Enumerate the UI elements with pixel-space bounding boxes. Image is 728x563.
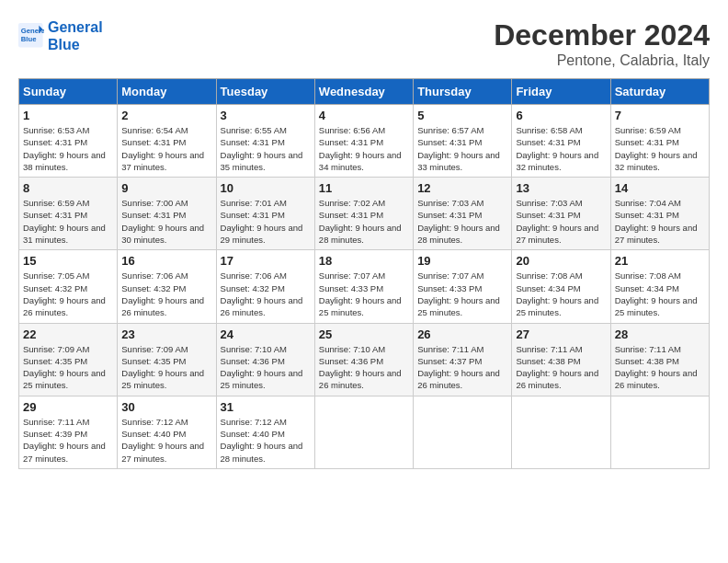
day-info: Sunrise: 7:02 AMSunset: 4:31 PMDaylight:… xyxy=(319,197,409,246)
day-cell: 24Sunrise: 7:10 AMSunset: 4:36 PMDayligh… xyxy=(216,323,314,396)
day-number: 14 xyxy=(615,181,705,195)
week-row-3: 15Sunrise: 7:05 AMSunset: 4:32 PMDayligh… xyxy=(19,250,710,323)
day-header-thursday: Thursday xyxy=(414,79,512,105)
day-number: 3 xyxy=(221,109,311,122)
logo: General Blue General Blue xyxy=(18,18,103,53)
day-cell: 23Sunrise: 7:09 AMSunset: 4:35 PMDayligh… xyxy=(118,323,216,396)
day-info: Sunrise: 6:58 AMSunset: 4:31 PMDaylight:… xyxy=(516,124,606,173)
day-info: Sunrise: 7:01 AMSunset: 4:31 PMDaylight:… xyxy=(221,197,311,246)
day-cell: 10Sunrise: 7:01 AMSunset: 4:31 PMDayligh… xyxy=(216,178,314,250)
day-info: Sunrise: 7:07 AMSunset: 4:33 PMDaylight:… xyxy=(319,270,409,318)
day-header-friday: Friday xyxy=(512,79,610,105)
day-cell: 20Sunrise: 7:08 AMSunset: 4:34 PMDayligh… xyxy=(512,250,610,323)
day-number: 25 xyxy=(319,327,409,341)
day-number: 1 xyxy=(23,109,113,122)
day-cell: 27Sunrise: 7:11 AMSunset: 4:38 PMDayligh… xyxy=(512,323,610,396)
day-cell: 3Sunrise: 6:55 AMSunset: 4:31 PMDaylight… xyxy=(216,105,314,178)
day-cell: 16Sunrise: 7:06 AMSunset: 4:32 PMDayligh… xyxy=(118,250,216,323)
day-info: Sunrise: 7:12 AMSunset: 4:40 PMDaylight:… xyxy=(121,416,211,465)
day-info: Sunrise: 7:03 AMSunset: 4:31 PMDaylight:… xyxy=(516,197,606,246)
day-number: 28 xyxy=(615,327,705,341)
calendar-subtitle: Pentone, Calabria, Italy xyxy=(494,52,710,69)
days-header-row: SundayMondayTuesdayWednesdayThursdayFrid… xyxy=(19,79,710,105)
day-info: Sunrise: 7:00 AMSunset: 4:31 PMDaylight:… xyxy=(121,197,211,246)
day-info: Sunrise: 7:11 AMSunset: 4:38 PMDaylight:… xyxy=(516,343,606,392)
day-cell xyxy=(512,396,610,468)
day-header-saturday: Saturday xyxy=(610,79,709,105)
day-info: Sunrise: 6:59 AMSunset: 4:31 PMDaylight:… xyxy=(23,197,113,246)
day-cell: 31Sunrise: 7:12 AMSunset: 4:40 PMDayligh… xyxy=(216,396,314,468)
day-cell: 21Sunrise: 7:08 AMSunset: 4:34 PMDayligh… xyxy=(610,250,709,323)
day-info: Sunrise: 6:54 AMSunset: 4:31 PMDaylight:… xyxy=(121,124,211,173)
day-number: 22 xyxy=(23,327,113,341)
day-cell: 11Sunrise: 7:02 AMSunset: 4:31 PMDayligh… xyxy=(314,178,413,250)
day-number: 4 xyxy=(319,109,409,122)
day-number: 6 xyxy=(516,109,606,122)
day-cell xyxy=(314,396,413,468)
day-header-tuesday: Tuesday xyxy=(216,79,314,105)
day-info: Sunrise: 7:06 AMSunset: 4:32 PMDaylight:… xyxy=(121,270,211,318)
day-info: Sunrise: 7:11 AMSunset: 4:39 PMDaylight:… xyxy=(23,416,113,465)
day-number: 2 xyxy=(121,109,211,122)
day-cell xyxy=(414,396,512,468)
day-info: Sunrise: 7:09 AMSunset: 4:35 PMDaylight:… xyxy=(23,343,113,392)
day-number: 18 xyxy=(319,254,409,268)
logo-line1: General xyxy=(48,18,103,36)
day-number: 23 xyxy=(121,327,211,341)
day-info: Sunrise: 7:08 AMSunset: 4:34 PMDaylight:… xyxy=(516,270,606,318)
day-number: 24 xyxy=(221,327,311,341)
day-info: Sunrise: 7:06 AMSunset: 4:32 PMDaylight:… xyxy=(221,270,311,318)
day-info: Sunrise: 7:04 AMSunset: 4:31 PMDaylight:… xyxy=(615,197,705,246)
day-number: 17 xyxy=(221,254,311,268)
day-info: Sunrise: 7:07 AMSunset: 4:33 PMDaylight:… xyxy=(417,270,507,318)
day-number: 26 xyxy=(417,327,507,341)
day-cell: 19Sunrise: 7:07 AMSunset: 4:33 PMDayligh… xyxy=(414,250,512,323)
day-cell: 29Sunrise: 7:11 AMSunset: 4:39 PMDayligh… xyxy=(19,396,118,468)
day-number: 13 xyxy=(516,181,606,195)
day-cell: 7Sunrise: 6:59 AMSunset: 4:31 PMDaylight… xyxy=(610,105,709,178)
day-cell: 1Sunrise: 6:53 AMSunset: 4:31 PMDaylight… xyxy=(19,105,118,178)
day-number: 5 xyxy=(417,109,507,122)
day-number: 30 xyxy=(121,400,211,414)
day-info: Sunrise: 6:59 AMSunset: 4:31 PMDaylight:… xyxy=(615,124,705,173)
page-header: General Blue General Blue December 2024 … xyxy=(18,18,710,69)
logo-icon: General Blue xyxy=(18,23,44,49)
day-cell xyxy=(610,396,709,468)
day-header-wednesday: Wednesday xyxy=(314,79,413,105)
day-number: 7 xyxy=(615,109,705,122)
day-info: Sunrise: 6:56 AMSunset: 4:31 PMDaylight:… xyxy=(319,124,409,173)
day-cell: 8Sunrise: 6:59 AMSunset: 4:31 PMDaylight… xyxy=(19,178,118,250)
day-number: 12 xyxy=(417,181,507,195)
day-number: 21 xyxy=(615,254,705,268)
day-info: Sunrise: 7:09 AMSunset: 4:35 PMDaylight:… xyxy=(121,343,211,392)
day-number: 11 xyxy=(319,181,409,195)
day-header-sunday: Sunday xyxy=(19,79,118,105)
day-cell: 9Sunrise: 7:00 AMSunset: 4:31 PMDaylight… xyxy=(118,178,216,250)
day-cell: 28Sunrise: 7:11 AMSunset: 4:38 PMDayligh… xyxy=(610,323,709,396)
day-cell: 26Sunrise: 7:11 AMSunset: 4:37 PMDayligh… xyxy=(414,323,512,396)
day-cell: 25Sunrise: 7:10 AMSunset: 4:36 PMDayligh… xyxy=(314,323,413,396)
day-cell: 6Sunrise: 6:58 AMSunset: 4:31 PMDaylight… xyxy=(512,105,610,178)
day-info: Sunrise: 6:53 AMSunset: 4:31 PMDaylight:… xyxy=(23,124,113,173)
week-row-5: 29Sunrise: 7:11 AMSunset: 4:39 PMDayligh… xyxy=(19,396,710,468)
day-cell: 22Sunrise: 7:09 AMSunset: 4:35 PMDayligh… xyxy=(19,323,118,396)
day-info: Sunrise: 7:08 AMSunset: 4:34 PMDaylight:… xyxy=(615,270,705,318)
day-cell: 15Sunrise: 7:05 AMSunset: 4:32 PMDayligh… xyxy=(19,250,118,323)
day-header-monday: Monday xyxy=(118,79,216,105)
day-number: 29 xyxy=(23,400,113,414)
day-cell: 13Sunrise: 7:03 AMSunset: 4:31 PMDayligh… xyxy=(512,178,610,250)
week-row-4: 22Sunrise: 7:09 AMSunset: 4:35 PMDayligh… xyxy=(19,323,710,396)
calendar-title: December 2024 xyxy=(494,18,710,52)
day-cell: 5Sunrise: 6:57 AMSunset: 4:31 PMDaylight… xyxy=(414,105,512,178)
day-cell: 14Sunrise: 7:04 AMSunset: 4:31 PMDayligh… xyxy=(610,178,709,250)
day-cell: 4Sunrise: 6:56 AMSunset: 4:31 PMDaylight… xyxy=(314,105,413,178)
day-number: 27 xyxy=(516,327,606,341)
svg-text:Blue: Blue xyxy=(21,35,37,43)
day-number: 16 xyxy=(121,254,211,268)
day-info: Sunrise: 7:10 AMSunset: 4:36 PMDaylight:… xyxy=(221,343,311,392)
day-info: Sunrise: 7:10 AMSunset: 4:36 PMDaylight:… xyxy=(319,343,409,392)
day-cell: 30Sunrise: 7:12 AMSunset: 4:40 PMDayligh… xyxy=(118,396,216,468)
day-info: Sunrise: 7:05 AMSunset: 4:32 PMDaylight:… xyxy=(23,270,113,318)
day-info: Sunrise: 7:12 AMSunset: 4:40 PMDaylight:… xyxy=(221,416,311,465)
day-number: 20 xyxy=(516,254,606,268)
